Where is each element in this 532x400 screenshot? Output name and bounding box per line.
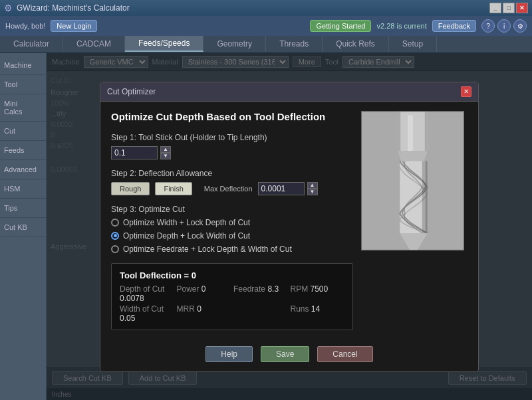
feedback-button[interactable]: Feedback — [432, 20, 476, 32]
tab-feeds-speeds[interactable]: Feeds/Speeds — [125, 36, 203, 52]
modal-left-panel: Optimize Cut Depth Based on Tool Deflect… — [111, 111, 353, 330]
sidebar-item-tips[interactable]: Tips — [0, 199, 46, 218]
window-controls: _ □ ✕ — [489, 3, 528, 13]
depth-result: Depth of Cut 0.0078 — [120, 284, 174, 303]
tab-setup[interactable]: Setup — [389, 36, 437, 52]
app-icon: ⚙ — [4, 3, 13, 13]
sidebar-item-cut-kb[interactable]: Cut KB — [0, 218, 46, 237]
optimize-option-3[interactable]: Optimize Feedrate + Lock Depth & Width o… — [111, 245, 353, 254]
runs-label: Runs — [291, 304, 309, 314]
step1-input-group: ▲ ▼ — [111, 146, 353, 159]
tab-geometry[interactable]: Geometry — [203, 36, 266, 52]
sidebar-item-cut[interactable]: Cut — [0, 122, 46, 141]
stick-out-down[interactable]: ▼ — [160, 153, 171, 159]
modal-main-title: Optimize Cut Depth Based on Tool Deflect… — [111, 111, 353, 122]
cancel-button[interactable]: Cancel — [317, 346, 372, 362]
sidebar-item-machine[interactable]: Machine — [0, 56, 46, 75]
modal-title: Cut Optimizer — [107, 87, 156, 96]
max-deflection-spinner: ▲ ▼ — [307, 182, 318, 195]
power-value: 0 — [201, 284, 206, 294]
modal-close-button[interactable]: ✕ — [461, 86, 471, 97]
sidebar-item-feeds[interactable]: Feeds — [0, 141, 46, 160]
feedrate-result: Feedrate 8.3 — [233, 284, 288, 303]
depth-label: Depth of Cut — [120, 284, 164, 294]
step2-section: Step 2: Deflection Allowance Rough Finis… — [111, 169, 353, 195]
max-deflection-input[interactable] — [258, 182, 305, 195]
tab-quick-refs[interactable]: Quick Refs — [323, 36, 389, 52]
step3-label: Step 3: Optimize Cut — [111, 205, 353, 214]
modal-right-panel — [361, 111, 467, 330]
optimize-option-1-label: Optimize Width + Lock Depth of Cut — [123, 218, 250, 227]
app-title: GWizard: Machinist's Calculator — [17, 3, 130, 13]
version-text: v2.28 is current — [376, 22, 426, 30]
close-window-button[interactable]: ✕ — [516, 3, 528, 13]
tab-calculator[interactable]: Calculator — [0, 36, 63, 52]
sidebar: Machine Tool MiniCalcs Cut Feeds Advance… — [0, 53, 47, 400]
tool-image — [361, 111, 464, 250]
finish-button[interactable]: Finish — [155, 182, 192, 195]
sidebar-item-tool[interactable]: Tool — [0, 75, 46, 94]
save-button[interactable]: Save — [261, 346, 309, 362]
info-icon-button[interactable]: i — [497, 19, 511, 33]
radio-dot-2 — [111, 232, 119, 240]
results-section: Tool Deflection = 0 Depth of Cut 0.0078 … — [111, 263, 353, 330]
help-button[interactable]: Help — [205, 346, 253, 362]
rpm-result: RPM 7500 — [291, 284, 345, 303]
feedrate-label: Feedrate — [233, 284, 265, 294]
rpm-label: RPM — [291, 284, 309, 294]
cut-optimizer-modal: Cut Optimizer ✕ Optimize Cut Depth Based… — [100, 82, 479, 372]
radio-dot-3 — [111, 245, 119, 253]
top-toolbar: Howdy, bob! New Login Getting Started v2… — [0, 16, 532, 36]
optimize-option-1[interactable]: Optimize Width + Lock Depth of Cut — [111, 218, 353, 227]
max-deflection-label: Max Deflection — [204, 185, 253, 193]
title-bar-left: ⚙ GWizard: Machinist's Calculator — [4, 3, 130, 13]
svg-marker-4 — [398, 151, 427, 161]
modal-overlay: Cut Optimizer ✕ Optimize Cut Depth Based… — [47, 53, 532, 400]
tab-threads[interactable]: Threads — [266, 36, 323, 52]
howdy-text: Howdy, bob! — [5, 22, 45, 30]
step1-label: Step 1: Tool Stick Out (Holder to Tip Le… — [111, 133, 353, 142]
getting-started-button[interactable]: Getting Started — [310, 20, 371, 32]
optimize-options: Optimize Width + Lock Depth of Cut Optim… — [111, 218, 353, 254]
mrr-result: MRR 0 — [177, 304, 231, 323]
max-deflection-down[interactable]: ▼ — [307, 189, 318, 195]
width-result: Width of Cut 0.05 — [120, 304, 174, 323]
step1-section: Step 1: Tool Stick Out (Holder to Tip Le… — [111, 133, 353, 159]
runs-result: Runs 14 — [291, 304, 345, 323]
optimize-option-2[interactable]: Optimize Depth + Lock Width of Cut — [111, 231, 353, 241]
svg-rect-8 — [408, 115, 413, 151]
rough-button[interactable]: Rough — [111, 182, 150, 195]
step2-label: Step 2: Deflection Allowance — [111, 169, 353, 178]
svg-rect-9 — [422, 161, 428, 233]
title-bar: ⚙ GWizard: Machinist's Calculator _ □ ✕ — [0, 0, 532, 16]
step3-section: Step 3: Optimize Cut Optimize Width + Lo… — [111, 205, 353, 254]
results-title: Tool Deflection = 0 — [120, 270, 344, 280]
new-login-button[interactable]: New Login — [51, 20, 97, 32]
mrr-value: 0 — [197, 304, 201, 314]
stick-out-up[interactable]: ▲ — [160, 146, 171, 153]
settings-icon-button[interactable]: ⚙ — [513, 19, 527, 33]
minimize-button[interactable]: _ — [489, 3, 501, 13]
help-icon-button[interactable]: ? — [481, 19, 495, 33]
maximize-button[interactable]: □ — [503, 3, 515, 13]
max-deflection-up[interactable]: ▲ — [307, 182, 318, 189]
runs-value: 14 — [311, 304, 320, 314]
main-content: Machine Tool MiniCalcs Cut Feeds Advance… — [0, 53, 532, 400]
optimize-option-3-label: Optimize Feedrate + Lock Depth & Width o… — [123, 245, 292, 254]
stick-out-input[interactable] — [111, 146, 158, 159]
rpm-value: 7500 — [311, 284, 329, 294]
width-label: Width of Cut — [120, 304, 164, 314]
depth-value: 0.0078 — [120, 294, 144, 303]
mrr-label: MRR — [177, 304, 195, 314]
modal-header: Cut Optimizer ✕ — [100, 82, 478, 102]
sidebar-item-hsm[interactable]: HSM — [0, 179, 46, 199]
tab-cadcam[interactable]: CADCAM — [63, 36, 125, 52]
deflection-row: Rough Finish Max Deflection ▲ ▼ — [111, 182, 353, 195]
results-grid: Depth of Cut 0.0078 Power 0 Feedrate 8. — [120, 284, 344, 323]
sidebar-item-mini-calcs[interactable]: MiniCalcs — [0, 94, 46, 122]
power-result: Power 0 — [177, 284, 231, 303]
sidebar-item-advanced[interactable]: Advanced — [0, 160, 46, 179]
nav-tabs: Calculator CADCAM Feeds/Speeds Geometry … — [0, 36, 532, 53]
modal-body: Optimize Cut Depth Based on Tool Deflect… — [100, 102, 478, 340]
power-label: Power — [177, 284, 200, 294]
